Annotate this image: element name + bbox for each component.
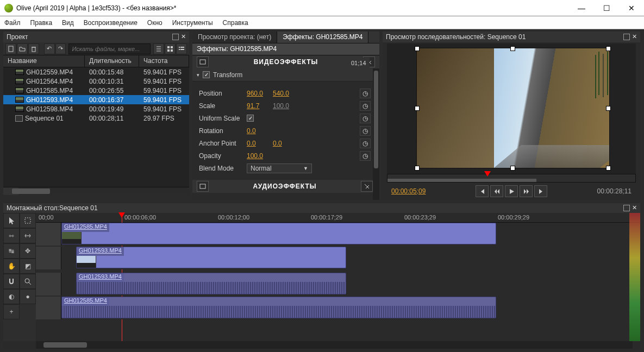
chevron-down-icon[interactable]: ▾ <box>197 72 199 78</box>
transform-handle[interactable] <box>607 166 610 170</box>
keyframe-icon[interactable]: ◷ <box>360 151 371 161</box>
slide-tool-icon[interactable]: ✥ <box>20 243 36 259</box>
panel-float-icon[interactable] <box>172 34 179 40</box>
transform-handle[interactable] <box>607 106 610 110</box>
keyframe-icon[interactable]: ◷ <box>360 139 371 148</box>
timeline-ruler[interactable]: 00;00 00:00:06;00 00:00:12;00 00:00:17;2… <box>36 213 640 223</box>
column-freq[interactable]: Частота <box>139 55 189 67</box>
project-row[interactable]: Sequence 0100:00:28;1129.97 FPS <box>3 114 189 123</box>
timeline-tracks[interactable]: GH012585.MP4 GH012593.MP4 GH012593.MP4 G… <box>36 223 629 341</box>
clip-audio-2[interactable]: GH012585.MP4 <box>61 297 496 318</box>
blend-mode-dropdown[interactable]: Normal▼ <box>247 164 312 173</box>
menu-playback[interactable]: Воспроизведение <box>84 19 137 27</box>
prop-scale-y[interactable]: 100.0 <box>273 102 299 110</box>
viewer-time-current[interactable]: 00:00:05;09 <box>391 187 426 195</box>
prop-position-y[interactable]: 540.0 <box>273 90 299 97</box>
ripple-tool-icon[interactable]: ⇿ <box>3 228 20 243</box>
viewport[interactable] <box>387 43 636 174</box>
video-effects-icon[interactable] <box>197 56 209 67</box>
next-frame-button[interactable] <box>520 185 533 197</box>
add-tool-icon[interactable]: + <box>3 304 20 319</box>
keyframe-icon[interactable]: ◷ <box>360 89 371 98</box>
view-tree-button[interactable] <box>153 43 164 54</box>
viewer-ruler[interactable] <box>387 174 636 183</box>
keyframe-icon[interactable]: ◷ <box>360 126 371 136</box>
clip-video-1[interactable]: GH012585.MP4 <box>61 223 496 244</box>
transform-handle[interactable] <box>511 47 515 51</box>
uniform-scale-checkbox[interactable]: ✓ <box>247 115 254 122</box>
keyframe-icon[interactable]: ◷ <box>360 114 371 123</box>
column-name[interactable]: Название <box>3 55 85 67</box>
project-row[interactable]: GH012598.MP400:00:19:4959.9401 FPS <box>3 104 189 114</box>
transform-handle[interactable] <box>415 166 419 170</box>
prop-position-label: Position <box>199 90 247 97</box>
prev-frame-button[interactable] <box>490 185 503 197</box>
snap-tool-icon[interactable] <box>3 274 20 289</box>
panel-float-icon[interactable] <box>623 34 630 40</box>
delete-button[interactable] <box>28 43 39 54</box>
search-input[interactable] <box>68 43 151 54</box>
hand-tool-icon[interactable]: ✋ <box>3 259 20 274</box>
transform-handle[interactable] <box>607 47 610 51</box>
effects-scroll[interactable] <box>373 68 379 200</box>
effects-side-timecode: 01;14 <box>348 58 370 68</box>
column-duration[interactable]: Длительность <box>85 55 139 67</box>
marquee-tool-icon[interactable] <box>20 213 36 228</box>
prop-anchor-y[interactable]: 0.0 <box>273 140 299 147</box>
new-file-button[interactable] <box>5 43 16 54</box>
open-folder-button[interactable] <box>17 43 28 54</box>
maximize-button[interactable]: ☐ <box>594 0 619 16</box>
project-row[interactable]: GH012585.MP400:00:26:5559.9401 FPS <box>3 86 189 95</box>
menu-window[interactable]: Окно <box>147 19 162 27</box>
view-list-button[interactable] <box>176 43 187 54</box>
pointer-tool-icon[interactable] <box>3 213 20 228</box>
panel-close-icon[interactable]: ✕ <box>181 34 186 40</box>
record-tool-icon[interactable]: ● <box>20 289 36 304</box>
transform-handle[interactable] <box>415 47 419 51</box>
transform-checkbox[interactable]: ✓ <box>203 71 210 78</box>
menu-file[interactable]: Файл <box>4 19 21 27</box>
transition-tool-icon[interactable]: ◐ <box>3 289 20 304</box>
prop-rotation-val[interactable]: 0.0 <box>247 127 273 135</box>
zoom-tool-icon[interactable] <box>20 274 36 289</box>
close-button[interactable]: ✕ <box>619 0 644 16</box>
prop-scale-x[interactable]: 91.7 <box>247 102 273 110</box>
clip-video-2[interactable]: GH012593.MP4 <box>76 247 346 268</box>
go-start-button[interactable] <box>476 185 489 197</box>
transform-handle[interactable] <box>511 166 515 170</box>
file-thumb-icon <box>15 78 24 84</box>
minimize-button[interactable]: — <box>569 0 594 16</box>
viewer-playhead-icon[interactable] <box>484 171 491 177</box>
menu-help[interactable]: Справка <box>223 19 248 27</box>
transform-label: Transform <box>213 71 242 79</box>
project-row[interactable]: GH012559.MP400:00:15:4859.9401 FPS <box>3 67 189 77</box>
menu-tools[interactable]: Инструменты <box>172 19 213 27</box>
ripple2-tool-icon[interactable] <box>20 228 36 243</box>
prop-opacity-val[interactable]: 100.0 <box>247 152 273 160</box>
menu-edit[interactable]: Правка <box>30 19 53 27</box>
go-end-button[interactable] <box>534 185 547 197</box>
panel-close-icon[interactable]: ✕ <box>632 34 637 40</box>
panel-close-icon[interactable]: ✕ <box>632 205 637 211</box>
play-button[interactable] <box>505 185 518 197</box>
tab-effects[interactable]: Эффекты: GH012585.MP4 <box>277 32 368 43</box>
keyframe-icon[interactable]: ◷ <box>360 101 371 111</box>
project-row[interactable]: GH012564.MP400:00:10:3159.9401 FPS <box>3 77 189 86</box>
view-grid-button[interactable] <box>165 43 176 54</box>
tab-project-view[interactable]: Просмотр проекта: (нет) <box>192 32 277 43</box>
project-scroll-h[interactable] <box>3 187 189 194</box>
slip-tool-icon[interactable]: ↹ <box>3 243 20 259</box>
panel-float-icon[interactable] <box>623 205 630 211</box>
audio-effects-icon[interactable] <box>197 181 209 192</box>
project-row[interactable]: GH012593.MP400:00:16:3759.9401 FPS <box>3 95 189 104</box>
audio-effects-add-icon[interactable] <box>361 181 373 192</box>
menu-view[interactable]: Вид <box>62 19 74 27</box>
transform-handle[interactable] <box>415 106 419 110</box>
undo-button[interactable]: ↶ <box>44 43 55 54</box>
prop-anchor-x[interactable]: 0.0 <box>247 140 273 147</box>
clip-audio-1[interactable]: GH012593.MP4 <box>76 273 346 294</box>
razor-tool-icon[interactable]: ◩ <box>20 259 36 274</box>
redo-button[interactable]: ↷ <box>55 43 66 54</box>
prop-position-x[interactable]: 960.0 <box>247 90 273 97</box>
timeline-scroll-h[interactable] <box>36 341 633 349</box>
